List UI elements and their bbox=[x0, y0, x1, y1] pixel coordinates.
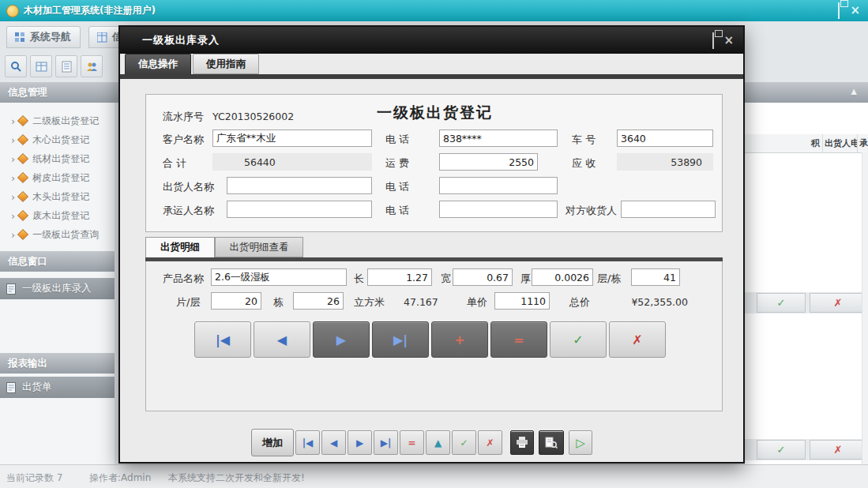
nav-prev-button[interactable]: ◀ bbox=[254, 321, 310, 358]
tab-shipping-detail[interactable]: 出货明细 bbox=[145, 237, 215, 257]
carrier-phone-input[interactable] bbox=[439, 201, 558, 218]
collapse-up-icon[interactable]: ▲ bbox=[851, 87, 857, 96]
sidebar-item-bark[interactable]: › 树皮出货登记 bbox=[0, 168, 115, 187]
sidebar-item-label: 纸材出货登记 bbox=[32, 152, 89, 166]
sidebar-item-secondboard[interactable]: › 二级板出货登记 bbox=[0, 111, 115, 130]
sidebar-item-wastewood[interactable]: › 废木出货登记 bbox=[0, 206, 115, 225]
product-input[interactable] bbox=[211, 268, 347, 286]
dialog-titlebar: 一级板出库录入 × bbox=[120, 27, 743, 54]
price-input[interactable] bbox=[494, 292, 550, 310]
receivable-value: 53890 bbox=[617, 153, 713, 171]
receivable-label: 应 收 bbox=[572, 156, 596, 171]
add-button[interactable]: 增加 bbox=[251, 429, 294, 456]
layer-label: 层/栋 bbox=[597, 272, 621, 286]
section-header-info-window[interactable]: 信息窗口 bbox=[0, 251, 115, 272]
receiver-input[interactable] bbox=[621, 201, 716, 218]
sidebar-item-firstboard-entry[interactable]: 一级板出库录入 bbox=[0, 278, 115, 299]
grid-confirm-button[interactable]: ✓ bbox=[757, 440, 806, 460]
first-record-icon: |◀ bbox=[216, 332, 230, 347]
grid-cancel-button[interactable]: ✗ bbox=[810, 293, 866, 313]
gem-icon bbox=[17, 191, 28, 202]
nav-cancel-button[interactable]: ✗ bbox=[609, 321, 666, 358]
shipping-form-groupbox: 一级板出货登记 流水序号 YC20130526002 客户名称 电 话 车 号 … bbox=[145, 94, 723, 232]
bottom-nav-delete-button[interactable]: = bbox=[400, 430, 424, 455]
tab-user-guide[interactable]: 使用指南 bbox=[193, 54, 259, 74]
sidebar-item-shipping-slip[interactable]: 出货单 bbox=[0, 377, 115, 398]
sidebar-item-firstboard-query[interactable]: › 一级板出货查询 bbox=[0, 225, 115, 244]
list-icon bbox=[61, 61, 73, 73]
tab-info-operation[interactable]: 信息操作 bbox=[125, 54, 191, 74]
users-button[interactable] bbox=[81, 55, 103, 77]
bottom-nav-prev-button[interactable]: ◀ bbox=[321, 430, 346, 455]
close-button[interactable]: × bbox=[850, 5, 860, 17]
tab-shipping-detail-view[interactable]: 出货明细查看 bbox=[215, 237, 303, 257]
table-button[interactable] bbox=[30, 55, 52, 77]
nav-delete-button[interactable]: = bbox=[490, 321, 547, 358]
bottom-nav-last-button[interactable]: ▶| bbox=[374, 430, 398, 455]
carrier-name-input[interactable] bbox=[227, 201, 372, 218]
bottom-nav-edit-button[interactable]: ▲ bbox=[426, 430, 450, 455]
preview-button[interactable] bbox=[539, 430, 564, 455]
stack-input[interactable] bbox=[293, 292, 344, 310]
print-button[interactable] bbox=[510, 430, 534, 455]
sidebar-item-label: 出货单 bbox=[22, 381, 52, 394]
search-icon bbox=[10, 61, 22, 73]
shipping-detail-panel: 产品名称 长 宽 厚 层/栋 片/层 栋 立方米 47.167 单价 总价 ¥5… bbox=[145, 261, 723, 411]
report-icon bbox=[6, 382, 16, 393]
window-titlebar: 木材加工管理系统(非注册用户) × bbox=[0, 0, 868, 21]
nav-insert-button[interactable]: + bbox=[431, 321, 488, 358]
stack-label: 栋 bbox=[273, 295, 284, 310]
cancel-record-icon: ✗ bbox=[632, 332, 642, 347]
nav-post-button[interactable]: ✓ bbox=[550, 321, 607, 358]
tab-system-nav-label: 系统导航 bbox=[30, 30, 71, 44]
layer-input[interactable] bbox=[631, 268, 680, 286]
receiver-label: 对方收货人 bbox=[566, 204, 617, 218]
grid-confirm-button[interactable]: ✓ bbox=[757, 293, 806, 313]
dialog-window-controls: × bbox=[703, 27, 734, 54]
tab-system-nav[interactable]: 系统导航 bbox=[6, 26, 81, 48]
bottom-nav-post-button[interactable]: ✓ bbox=[452, 430, 476, 455]
sidebar-item-paper[interactable]: › 纸材出货登记 bbox=[0, 149, 115, 168]
pieces-input[interactable] bbox=[211, 292, 261, 310]
thickness-input[interactable] bbox=[532, 268, 593, 286]
window-title: 木材加工管理系统(非注册用户) bbox=[24, 4, 156, 17]
grid-cancel-button[interactable]: ✗ bbox=[810, 440, 866, 460]
status-record-count: 当前记录数 7 bbox=[6, 471, 62, 485]
status-note: 本系统支持二次开发和全新开发! bbox=[168, 471, 305, 485]
restore-button[interactable] bbox=[838, 3, 840, 18]
pieces-label: 片/层 bbox=[176, 295, 200, 310]
sidebar-item-woodcore[interactable]: › 木心出货登记 bbox=[0, 130, 115, 149]
carrier-label: 承运人名称 bbox=[163, 204, 214, 218]
dialog-restore-button[interactable] bbox=[712, 33, 714, 48]
bottom-nav-cancel-button[interactable]: ✗ bbox=[478, 430, 502, 455]
dialog-firstboard-outbound: 一级板出库录入 × 信息操作 使用指南 一级板出货登记 流水序号 YC20130… bbox=[118, 25, 745, 464]
nav-next-button[interactable]: ▶ bbox=[313, 321, 370, 358]
carrier-phone-label: 电 话 bbox=[385, 204, 409, 218]
cancel-record-icon: ✗ bbox=[486, 437, 494, 449]
freight-input[interactable] bbox=[439, 153, 538, 171]
bottom-nav-next-button[interactable]: ▶ bbox=[348, 430, 372, 455]
nav-last-button[interactable]: ▶| bbox=[372, 321, 429, 358]
vertical-scrollbar[interactable] bbox=[862, 152, 868, 464]
bottom-nav-first-button[interactable]: |◀ bbox=[295, 430, 320, 455]
shipper-phone-input[interactable] bbox=[439, 177, 558, 194]
length-input[interactable] bbox=[367, 268, 432, 286]
next-record-icon: ▶ bbox=[356, 437, 363, 449]
run-button[interactable]: ▷ bbox=[569, 430, 592, 455]
car-label: 车 号 bbox=[572, 133, 596, 147]
gem-icon bbox=[17, 134, 28, 145]
dialog-close-button[interactable]: × bbox=[723, 35, 734, 47]
phone-input[interactable] bbox=[439, 130, 558, 147]
customer-input[interactable] bbox=[212, 130, 372, 147]
cubic-label: 立方米 bbox=[354, 295, 385, 310]
grid-button-row: ✓ ✗ bbox=[745, 439, 868, 460]
list-button[interactable] bbox=[55, 55, 77, 77]
car-number-input[interactable] bbox=[617, 130, 713, 147]
section-header-report-output[interactable]: 报表输出 bbox=[0, 353, 115, 374]
shipper-name-input[interactable] bbox=[227, 177, 372, 194]
nav-first-button[interactable]: |◀ bbox=[194, 321, 251, 358]
sidebar-item-log[interactable]: › 木头出货登记 bbox=[0, 187, 115, 206]
width-input[interactable] bbox=[453, 268, 513, 286]
prev-record-icon: ◀ bbox=[330, 437, 337, 449]
search-button[interactable] bbox=[5, 55, 27, 77]
